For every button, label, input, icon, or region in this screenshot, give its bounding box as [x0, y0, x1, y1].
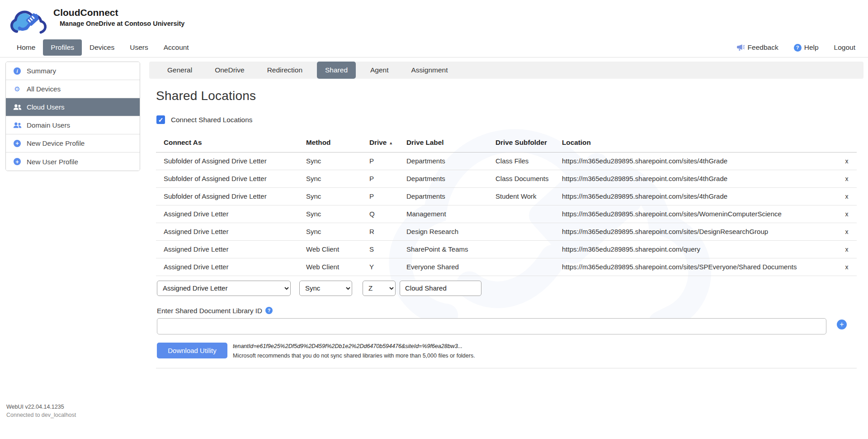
users-icon — [13, 104, 22, 110]
shared-locations-rows: Subfolder of Assigned Drive Letter Sync … — [156, 152, 857, 276]
tenant-id-hint: tenantId=e61f9e25%2Df5d9%2D459f%2Db1e2%2… — [233, 343, 475, 349]
cell-method: Sync — [298, 223, 362, 240]
nav-right: Feedback ? Help Logout — [737, 43, 855, 52]
tab-redirection[interactable]: Redirection — [259, 62, 311, 79]
download-utility-button[interactable]: Download Utility — [157, 343, 227, 358]
table-row: Subfolder of Assigned Drive Letter Sync … — [156, 187, 857, 205]
cell-method: Web Client — [298, 240, 362, 258]
col-drive-label[interactable]: Drive Label — [399, 133, 488, 152]
cell-connect-as: Assigned Drive Letter — [156, 258, 298, 276]
cell-connect-as: Assigned Drive Letter — [156, 205, 298, 223]
sidebar: i Summary ⚙ All Devices Cloud Users — [5, 62, 140, 171]
connect-shared-row: ✓ Connect Shared Locations — [156, 115, 863, 124]
table-row: Subfolder of Assigned Drive Letter Sync … — [156, 170, 857, 187]
sidebar-item-label: All Devices — [27, 85, 61, 93]
library-id-help-icon[interactable]: ? — [265, 307, 273, 314]
cell-connect-as: Assigned Drive Letter — [156, 223, 298, 240]
cell-drive-subfolder — [488, 205, 554, 223]
nav-home[interactable]: Home — [9, 39, 43, 56]
cell-drive: Y — [362, 258, 399, 276]
delete-row-button[interactable]: x — [843, 244, 851, 255]
nav-feedback[interactable]: Feedback — [737, 43, 778, 52]
delete-row-button[interactable]: x — [843, 226, 851, 237]
cell-connect-as: Subfolder of Assigned Drive Letter — [156, 152, 298, 170]
cell-drive: P — [362, 170, 399, 187]
nav-account[interactable]: Account — [156, 39, 197, 56]
info-icon: i — [14, 67, 21, 75]
cell-connect-as: Subfolder of Assigned Drive Letter — [156, 187, 298, 205]
connect-shared-locations-label: Connect Shared Locations — [171, 116, 252, 124]
col-drive[interactable]: Drive▲ — [362, 133, 399, 152]
cell-connect-as: Subfolder of Assigned Drive Letter — [156, 170, 298, 187]
cell-drive: P — [362, 152, 399, 170]
nav-users[interactable]: Users — [122, 39, 156, 56]
cell-drive: R — [362, 223, 399, 240]
cell-drive-label: Departments — [399, 170, 488, 187]
cell-drive: Q — [362, 205, 399, 223]
nav-profiles[interactable]: Profiles — [43, 39, 82, 56]
cell-connect-as: Assigned Drive Letter — [156, 240, 298, 258]
sidebar-item-cloud-users[interactable]: Cloud Users — [6, 98, 140, 116]
table-row: Assigned Drive Letter Web Client S Share… — [156, 240, 857, 258]
drive-letter-select[interactable]: Z — [363, 281, 396, 296]
col-connect-as[interactable]: Connect As — [156, 133, 298, 152]
plus-circle-icon: + — [14, 140, 21, 147]
add-location-button[interactable]: + — [837, 320, 847, 329]
sidebar-item-summary[interactable]: i Summary — [6, 62, 140, 80]
shared-locations-table: Connect As Method Drive▲ Drive Label Dri… — [156, 133, 857, 276]
tab-assignment[interactable]: Assignment — [403, 62, 456, 79]
cell-drive-label: Departments — [399, 187, 488, 205]
sidebar-item-all-devices[interactable]: ⚙ All Devices — [6, 80, 140, 98]
cell-drive-subfolder — [488, 223, 554, 240]
delete-row-button[interactable]: x — [843, 262, 851, 272]
gears-icon: ⚙ — [13, 86, 22, 92]
tab-shared[interactable]: Shared — [317, 62, 356, 79]
drive-label-input[interactable] — [400, 281, 481, 296]
app-footer: WebUI v22.04.14.1235 Connected to dev_lo… — [6, 403, 868, 419]
col-location[interactable]: Location — [554, 133, 837, 152]
cell-method: Sync — [298, 187, 362, 205]
sidebar-item-domain-users[interactable]: Domain Users — [6, 116, 140, 134]
delete-row-button[interactable]: x — [843, 209, 851, 220]
sidebar-item-new-device-profile[interactable]: + New Device Profile — [6, 134, 140, 153]
tab-agent[interactable]: Agent — [362, 62, 397, 79]
download-row: Download Utility tenantId=e61f9e25%2Df5d… — [157, 343, 863, 359]
cell-drive-subfolder: Class Documents — [488, 170, 554, 187]
nav-devices[interactable]: Devices — [82, 39, 122, 56]
table-row: Assigned Drive Letter Web Client Y Every… — [156, 258, 857, 276]
webui-version: WebUI v22.04.14.1235 — [6, 403, 868, 411]
table-header-row: Connect As Method Drive▲ Drive Label Dri… — [156, 133, 857, 152]
sidebar-item-label: New Device Profile — [27, 139, 85, 147]
col-drive-subfolder[interactable]: Drive Subfolder — [488, 133, 554, 152]
tab-onedrive[interactable]: OneDrive — [207, 62, 252, 79]
cell-drive-subfolder — [488, 240, 554, 258]
method-select[interactable]: Sync — [299, 281, 352, 296]
connect-as-select[interactable]: Assigned Drive Letter — [157, 281, 291, 296]
library-id-label-row: Enter Shared Document Library ID ? — [157, 307, 863, 315]
delete-row-button[interactable]: x — [843, 191, 851, 202]
table-row: Assigned Drive Letter Sync R Design Rese… — [156, 223, 857, 240]
tab-general[interactable]: General — [159, 62, 200, 79]
cell-drive-label: SharePoint & Teams — [399, 240, 488, 258]
library-id-input[interactable] — [157, 318, 826, 334]
cell-location: https://m365edu289895.sharepoint.com/que… — [554, 240, 837, 258]
sidebar-item-label: New User Profile — [27, 158, 78, 166]
cell-drive-label: Management — [399, 205, 488, 223]
delete-row-button[interactable]: x — [843, 173, 851, 184]
cell-drive: S — [362, 240, 399, 258]
app-title: CloudConnect — [53, 7, 184, 18]
cell-drive-label: Everyone Shared — [399, 258, 488, 276]
cell-location: https://m365edu289895.sharepoint.com/sit… — [554, 152, 837, 170]
nav-logout[interactable]: Logout — [834, 43, 855, 52]
plus-circle-icon: + — [14, 158, 21, 165]
connect-shared-locations-checkbox[interactable]: ✓ — [156, 115, 165, 124]
cell-method: Sync — [298, 152, 362, 170]
nav-help[interactable]: ? Help — [794, 43, 819, 52]
library-id-label: Enter Shared Document Library ID — [157, 307, 262, 315]
cell-location: https://m365edu289895.sharepoint.com/sit… — [554, 258, 837, 276]
profile-tabbar: General OneDrive Redirection Shared Agen… — [149, 62, 863, 79]
col-method[interactable]: Method — [298, 133, 362, 152]
delete-row-button[interactable]: x — [843, 156, 851, 167]
sidebar-item-new-user-profile[interactable]: + New User Profile — [6, 153, 140, 171]
users-icon — [13, 122, 22, 128]
